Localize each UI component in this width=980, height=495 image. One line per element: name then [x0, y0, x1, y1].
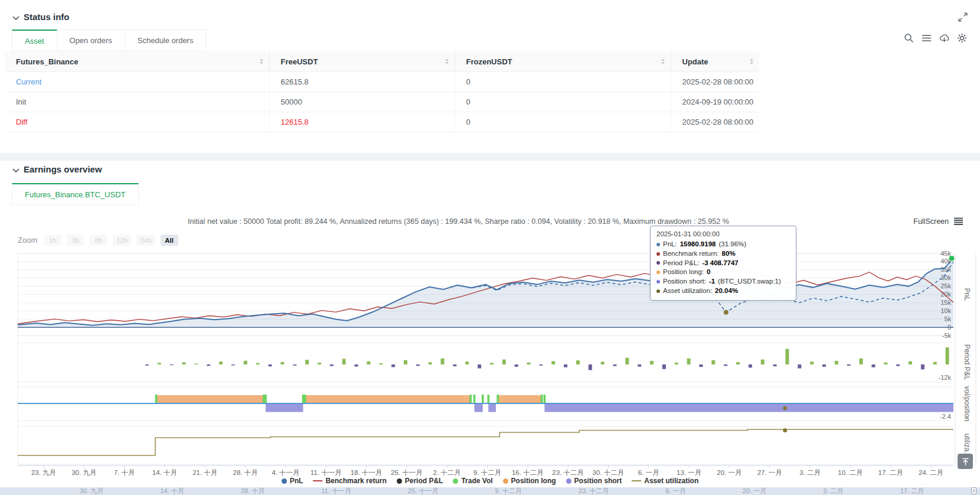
navigator-label: 9. 十二月 — [495, 487, 522, 495]
tab-open-orders[interactable]: Open orders — [57, 30, 125, 51]
x-axis-label: 14. 十月 — [152, 469, 177, 476]
legend-item-asset-utilization[interactable]: Asset utilization — [632, 477, 698, 485]
trade-vol-tick — [487, 395, 489, 403]
cell-update: 2024-09-19 00:00:00 — [671, 92, 759, 112]
panel-ylabel: vol/position — [963, 386, 971, 421]
x-axis-label: 21. 十月 — [192, 469, 217, 476]
tooltip-row-asset-utilization: Asset utilization: 20.04% — [656, 286, 790, 296]
sort-icon[interactable] — [661, 58, 665, 64]
cell-label[interactable]: Diff — [5, 112, 269, 132]
collapse-chevron-icon[interactable] — [12, 168, 19, 174]
column-header-inner: Update — [682, 57, 754, 66]
chart-canvas[interactable]: 45k40k35k30k25k20k15k10k5k0-5k-12k-2.4Pn… — [0, 208, 980, 495]
period-pnl-bar-negative — [699, 364, 703, 367]
tab-asset[interactable]: Asset — [12, 30, 57, 51]
expand-icon[interactable] — [958, 12, 968, 22]
x-axis-label: 27. 一月 — [757, 469, 782, 476]
trade-vol-tick — [263, 395, 265, 403]
period-pnl-bar-negative — [564, 364, 567, 367]
legend-item-period-p-l[interactable]: Period P&L — [397, 477, 443, 485]
legend-item-pnl[interactable]: PnL — [282, 477, 303, 485]
navigator-label: 23. 十二月 — [579, 487, 609, 495]
earnings-tabs: Futures_Binance.BTC_USDT — [12, 183, 139, 205]
x-axis-label: 3. 二月 — [799, 469, 821, 476]
sort-desc-caret — [661, 62, 665, 64]
x-axis-label: 9. 十二月 — [473, 469, 501, 476]
navigator-label: 17. 二月 — [900, 487, 924, 495]
cell-free: 50000 — [269, 92, 455, 112]
x-axis-label: 13. 一月 — [677, 469, 701, 476]
back-to-top-button[interactable] — [958, 454, 973, 469]
period-pnl-bar-positive — [158, 363, 161, 364]
trade-vol-tick — [155, 395, 158, 403]
y-tick-label: 45k — [940, 250, 951, 257]
panel-ylabel: PnL — [963, 288, 971, 301]
earnings-header: Earnings overview — [0, 163, 980, 181]
table-row-diff: Diff12615.802025-02-28 08:00:00 — [5, 112, 759, 132]
column-header-inner: FrozenUSDT — [466, 57, 665, 66]
settings-icon[interactable] — [957, 33, 967, 43]
tooltip-row-benchmark-return: Benchmark return: 80% — [656, 249, 790, 259]
period-pnl-bar-positive — [182, 362, 186, 364]
sort-icon[interactable] — [445, 58, 449, 64]
tab-futures-binance-btc-usdt[interactable]: Futures_Binance.BTC_USDT — [12, 183, 139, 205]
period-pnl-bar-negative — [847, 364, 851, 366]
period-pnl-bar-positive — [404, 360, 407, 364]
x-axis-label: 6. 一月 — [638, 469, 659, 476]
cell-label[interactable]: Current — [5, 72, 269, 92]
period-pnl-bar-negative — [662, 364, 666, 369]
cell-label[interactable]: Init — [5, 92, 269, 112]
column-header-inner: Futures_Binance — [16, 57, 263, 66]
x-axis-label: 24. 二月 — [919, 469, 943, 476]
collapse-chevron-icon[interactable] — [12, 15, 19, 21]
period-pnl-bar-negative — [231, 364, 235, 366]
period-pnl-bar-positive — [810, 362, 814, 364]
period-pnl-bar-positive — [736, 362, 740, 364]
x-axis-label: 20. 一月 — [717, 469, 741, 476]
period-pnl-bar-positive — [785, 349, 789, 364]
legend-label: Position long — [511, 477, 556, 485]
menu-icon[interactable] — [922, 33, 932, 43]
chart-navigator[interactable]: 30. 九月14. 十月28. 十月11. 十一月25. 十一月9. 十二月23… — [0, 487, 980, 495]
period-pnl-bar-negative — [355, 364, 358, 367]
period-pnl-bar-positive — [342, 359, 346, 364]
status-info-header: Status info — [0, 11, 980, 28]
tab-schedule-orders[interactable]: Schedule orders — [125, 30, 207, 51]
period-pnl-bar-negative — [638, 364, 641, 367]
pnl-area — [18, 258, 953, 327]
column-header-frozenusdt[interactable]: FrozenUSDT — [455, 51, 671, 72]
legend-label: PnL — [290, 477, 303, 485]
sort-icon[interactable] — [260, 58, 263, 64]
y-tick-label: -12k — [939, 374, 952, 381]
period-pnl-bar-positive — [318, 363, 321, 364]
tooltip-row-position-long: Position long: 0 — [656, 268, 790, 277]
legend-label: Position short — [574, 477, 622, 485]
tooltip-label: Position long: — [663, 268, 704, 277]
x-axis-label: 7. 十月 — [114, 469, 135, 476]
column-header-freeusdt[interactable]: FreeUSDT — [269, 51, 455, 72]
period-pnl-bar-negative — [798, 364, 801, 369]
period-pnl-bar-positive — [687, 359, 691, 364]
search-icon[interactable] — [904, 33, 914, 43]
sort-asc-caret — [750, 58, 753, 61]
hover-point-marker — [783, 428, 787, 432]
series-dot — [656, 261, 660, 265]
column-header-update[interactable]: Update — [671, 51, 759, 72]
navigator-handle[interactable] — [971, 487, 976, 494]
legend-item-position-short[interactable]: Position short — [566, 477, 622, 485]
legend-item-position-long[interactable]: Position long — [503, 477, 556, 485]
column-header-futures-binance[interactable]: Futures_Binance — [5, 51, 269, 72]
x-axis-label: 16. 十二月 — [512, 469, 544, 476]
period-pnl-bar-positive — [551, 361, 555, 364]
sort-icon[interactable] — [750, 58, 753, 64]
legend-item-trade-vol[interactable]: Trade Vol — [453, 477, 492, 485]
column-label: FrozenUSDT — [466, 57, 512, 66]
sort-desc-caret — [260, 62, 263, 64]
cloud-download-icon[interactable] — [939, 33, 949, 43]
legend-marker — [566, 478, 571, 484]
legend-item-benchmark-return[interactable]: Benchmark return — [313, 477, 386, 485]
period-pnl-bar-negative — [613, 364, 616, 366]
legend-label: Benchmark return — [325, 477, 386, 485]
earnings-chart: Initial net value : 50000 Total profit: … — [0, 208, 980, 495]
legend-marker — [453, 478, 458, 484]
